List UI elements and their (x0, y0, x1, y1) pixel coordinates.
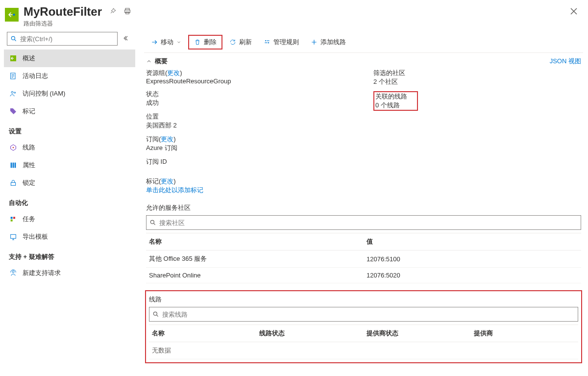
export-icon (9, 232, 18, 241)
print-icon[interactable] (123, 7, 131, 17)
svg-rect-11 (13, 163, 14, 168)
sidebar-item-activity-log[interactable]: 活动日志 (4, 67, 135, 85)
sidebar-item-new-support[interactable]: 新建支持请求 (4, 264, 135, 282)
sidebar-item-label: 锁定 (23, 178, 35, 187)
tasks-icon (9, 215, 18, 224)
circuits-search[interactable] (149, 307, 578, 322)
delete-button[interactable]: 删除 (188, 35, 222, 50)
sidebar-item-label: 概述 (23, 54, 35, 63)
prop-communities: 筛选的社区 2 个社区 (373, 69, 581, 86)
main-content: 移动 删除 刷新 管理规则 添加线路 (139, 32, 588, 373)
plus-icon (311, 39, 318, 46)
svg-rect-15 (11, 220, 13, 222)
iam-icon (9, 89, 18, 98)
tag-icon (9, 107, 18, 116)
prop-tags: 标记(更改) 单击此处以添加标记 (144, 166, 583, 195)
sidebar-item-tags[interactable]: 标记 (4, 102, 135, 120)
delete-icon (194, 39, 201, 46)
lock-icon (9, 178, 18, 187)
sidebar-item-label: 任务 (23, 215, 35, 224)
change-subscription-link[interactable]: 更改 (161, 135, 173, 143)
svg-point-19 (265, 40, 266, 41)
sidebar-item-properties[interactable]: 属性 (4, 156, 135, 174)
svg-point-7 (11, 91, 13, 93)
chevron-down-icon (176, 40, 181, 45)
svg-rect-13 (11, 182, 15, 185)
move-icon (151, 39, 158, 46)
move-button[interactable]: 移动 (146, 36, 186, 49)
change-tags-link[interactable]: 更改 (161, 177, 173, 185)
sidebar-item-overview[interactable]: 概述 (4, 50, 135, 67)
prop-subscription-id: 订阅 ID (146, 157, 354, 166)
svg-rect-10 (11, 163, 12, 168)
properties-icon (9, 161, 18, 170)
circuits-section-title: 线路 (147, 292, 580, 307)
svg-point-9 (13, 147, 14, 149)
svg-point-18 (12, 271, 14, 273)
sidebar-search-input[interactable] (20, 35, 114, 43)
prop-associated-circuits: 关联的线路 0 个线路 (373, 91, 418, 111)
col-name[interactable]: 名称 (149, 325, 256, 342)
communities-search-input[interactable] (159, 219, 578, 226)
circuits-table: 名称 线路状态 提供商状态 提供商 无数据 (149, 325, 578, 359)
sidebar-item-circuits[interactable]: 线路 (4, 139, 135, 156)
settings-icon (264, 39, 270, 46)
page-header: MyRouteFilter 路由筛选器 (0, 0, 588, 32)
json-view-link[interactable]: JSON 视图 (550, 57, 581, 66)
table-row[interactable]: SharePoint Online 12076:5020 (146, 268, 581, 283)
svg-rect-17 (11, 234, 16, 238)
sidebar-item-label: 线路 (23, 143, 35, 152)
pin-icon[interactable] (109, 7, 117, 17)
sidebar-item-label: 导出模板 (23, 232, 48, 241)
toolbar: 移动 删除 刷新 管理规则 添加线路 (144, 32, 583, 53)
subscription-link[interactable]: Azure 订阅 (146, 144, 354, 152)
circuits-search-input[interactable] (162, 311, 575, 318)
search-icon (152, 311, 159, 318)
col-circuit-status[interactable]: 线路状态 (256, 325, 364, 342)
prop-status: 状态 成功 (146, 90, 354, 107)
communities-search[interactable] (146, 215, 581, 230)
circuits-icon (9, 143, 18, 152)
sidebar-section-automation: 自动化 (4, 192, 135, 210)
prop-resource-group: 资源组(更改) ExpressRouteResourceGroup (146, 69, 354, 85)
close-icon[interactable] (567, 5, 580, 19)
sidebar-item-iam[interactable]: 访问控制 (IAM) (4, 85, 135, 102)
svg-rect-3 (126, 12, 129, 14)
col-name[interactable]: 名称 (146, 233, 364, 251)
svg-point-4 (11, 36, 15, 40)
manage-rules-button[interactable]: 管理规则 (259, 36, 304, 49)
sidebar-section-settings: 设置 (4, 120, 135, 139)
svg-point-20 (268, 42, 269, 43)
search-icon (10, 35, 17, 42)
sidebar-item-export-template[interactable]: 导出模板 (4, 228, 135, 246)
sidebar-item-tasks[interactable]: 任务 (4, 210, 135, 228)
svg-rect-14 (11, 217, 13, 219)
overview-toggle[interactable]: 概要 (146, 57, 168, 66)
refresh-button[interactable]: 刷新 (224, 36, 257, 49)
collapse-sidebar-icon[interactable] (122, 33, 132, 45)
table-row[interactable]: 其他 Office 365 服务 12076:5100 (146, 251, 581, 268)
sidebar-search[interactable] (7, 32, 118, 46)
col-provider[interactable]: 提供商 (471, 325, 578, 342)
overview-icon (9, 54, 18, 63)
support-icon (9, 269, 18, 277)
col-provider-status[interactable]: 提供商状态 (364, 325, 471, 342)
communities-section-title: 允许的服务社区 (144, 195, 583, 215)
change-resource-group-link[interactable]: 更改 (167, 69, 180, 76)
sidebar-item-locks[interactable]: 锁定 (4, 174, 135, 192)
sidebar-item-label: 新建支持请求 (23, 269, 61, 277)
col-value[interactable]: 值 (364, 233, 581, 251)
sidebar-section-support: 支持 + 疑难解答 (4, 246, 135, 264)
add-tag-link[interactable]: 单击此处以添加标记 (146, 186, 581, 195)
page-subtitle: 路由筛选器 (24, 20, 567, 28)
sidebar: 概述 活动日志 访问控制 (IAM) 标记 设置 线路 属性 (0, 32, 139, 373)
prop-subscription: 订阅(更改) Azure 订阅 (146, 135, 354, 152)
sidebar-item-label: 活动日志 (23, 72, 48, 80)
table-row-nodata: 无数据 (149, 342, 578, 359)
add-circuit-button[interactable]: 添加线路 (306, 36, 351, 49)
refresh-icon (229, 39, 236, 46)
resource-group-link[interactable]: ExpressRouteResourceGroup (146, 77, 354, 85)
sidebar-item-label: 属性 (23, 161, 35, 170)
circuits-section: 线路 名称 线路状态 提供商状态 提供商 无数据 (145, 290, 582, 363)
communities-table: 名称 值 其他 Office 365 服务 12076:5100 SharePo… (146, 233, 581, 283)
